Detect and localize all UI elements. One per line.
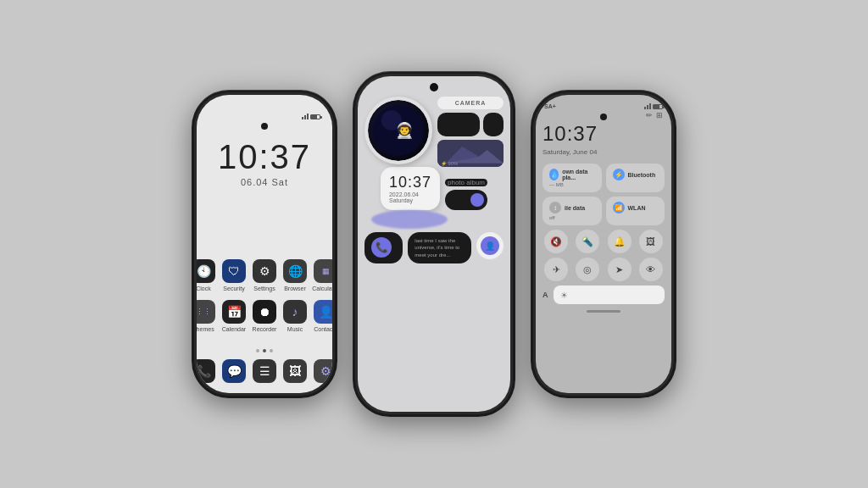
dock-notes[interactable]: ☰ bbox=[253, 359, 276, 383]
app-calendar[interactable]: 📅 Calendar bbox=[222, 300, 246, 332]
themes-label: Themes bbox=[197, 326, 214, 332]
mute-btn[interactable]: 🔇 bbox=[544, 230, 568, 253]
wlan-label: WLAN bbox=[628, 205, 646, 211]
data-plan-label: own data pla... bbox=[562, 169, 594, 180]
brightness-bar[interactable]: ☀ bbox=[554, 286, 665, 304]
camera-hole-2 bbox=[430, 83, 438, 92]
browser-icon: 🌐 bbox=[283, 259, 307, 283]
camera-hole-1 bbox=[261, 123, 268, 130]
dock-settings[interactable]: ⚙ bbox=[314, 359, 332, 383]
app-security[interactable]: 🛡 Security bbox=[222, 259, 246, 291]
control-grid: 💧 own data pla... — MB ⚡ Bluetooth ↕ bbox=[542, 164, 665, 225]
data-plan-sub: — MB bbox=[549, 182, 595, 187]
bell-btn[interactable]: 🔔 bbox=[608, 230, 632, 253]
sa-label: SA+ bbox=[544, 103, 556, 109]
app-recorder[interactable]: ⏺ Recorder bbox=[253, 300, 276, 332]
message-widget: last time I saw the universe, it's time … bbox=[408, 232, 471, 263]
recorder-icon: ⏺ bbox=[253, 300, 276, 324]
dock-gallery-icon: 🖼 bbox=[283, 359, 307, 383]
photo-album-text: photo album bbox=[448, 179, 485, 186]
camera-label: CAMERA bbox=[437, 97, 504, 109]
svg-text:👨‍🚀: 👨‍🚀 bbox=[395, 121, 415, 140]
bottom-widget-row: 📞 last time I saw the universe, it's tim… bbox=[364, 232, 504, 263]
dock-messages[interactable]: 💬 bbox=[222, 359, 246, 383]
dock-notes-icon: ☰ bbox=[253, 359, 276, 383]
dark-pill-tall: photo album bbox=[445, 179, 487, 186]
security-icon: 🛡 bbox=[222, 259, 246, 283]
screen-btn[interactable]: 🖼 bbox=[639, 230, 663, 253]
grid-icon[interactable]: ⊞ bbox=[656, 111, 663, 119]
dock-messages-icon: 💬 bbox=[222, 359, 246, 383]
dark-pill-2 bbox=[483, 113, 504, 136]
brightness-a-label: A bbox=[542, 291, 548, 299]
clock-widget-2: 10:37 2022.06.04 Saturday bbox=[381, 167, 440, 210]
data-plan-tile[interactable]: 💧 own data pla... — MB bbox=[542, 164, 602, 192]
right-col-2: photo album bbox=[445, 179, 487, 210]
mobile-data-tile[interactable]: ↕ ile data off bbox=[542, 197, 602, 225]
data-plan-icon: 💧 bbox=[549, 169, 559, 180]
bottom-dock: 📞 💬 ☰ 🖼 ⚙ bbox=[197, 359, 332, 393]
status-bar-1 bbox=[197, 114, 332, 119]
clock-label: Clock bbox=[197, 286, 211, 291]
svg-text:⚡ 90%: ⚡ 90% bbox=[441, 160, 458, 167]
app-clock[interactable]: 🕙 Clock bbox=[197, 259, 215, 291]
mountain-widget: ⚡ 90% bbox=[437, 140, 504, 167]
app-browser[interactable]: 🌐 Browser bbox=[283, 259, 307, 291]
right-widgets: CAMERA ⚡ 90% bbox=[437, 97, 504, 167]
app-themes[interactable]: ⋮⋮ Themes bbox=[197, 300, 215, 332]
brightness-row: A ☀ bbox=[542, 286, 665, 304]
wlan-row: 📶 WLAN bbox=[613, 202, 659, 214]
phone-1: 10:37 06.04 Sat 🕙 Clock 🛡 Security ⚙ Set… bbox=[192, 90, 337, 398]
status-bar-3: SA+ bbox=[542, 103, 665, 109]
recorder-label: Recorder bbox=[253, 326, 277, 332]
music-icon: ♪ bbox=[283, 300, 307, 324]
phone-widget-icon: 📞 bbox=[371, 237, 392, 258]
wlan-tile[interactable]: 📶 WLAN bbox=[606, 197, 665, 225]
focus-btn[interactable]: ◎ bbox=[576, 258, 599, 281]
calendar-label: Calendar bbox=[222, 326, 246, 332]
dock-gallery[interactable]: 🖼 bbox=[283, 359, 307, 383]
battery-icon-3 bbox=[653, 104, 663, 109]
toggle-widget[interactable] bbox=[445, 190, 487, 210]
message-text: last time I saw the universe, it's time … bbox=[415, 237, 465, 258]
themes-icon: ⋮⋮ bbox=[197, 300, 215, 324]
phone-2: 👨‍🚀 CAMERA ⚡ 90 bbox=[353, 71, 515, 417]
app-music[interactable]: ♪ Music bbox=[283, 300, 307, 332]
bluetooth-label: Bluetooth bbox=[628, 172, 656, 178]
toggle-knob bbox=[470, 193, 484, 207]
top-icons-3: ✏ ⊞ bbox=[542, 111, 665, 119]
time-3: 10:37 bbox=[542, 124, 665, 144]
dot-2 bbox=[263, 349, 266, 352]
app-settings[interactable]: ⚙ Settings bbox=[253, 259, 276, 291]
wlan-icon: 📶 bbox=[613, 202, 625, 214]
phone-1-screen: 10:37 06.04 Sat 🕙 Clock 🛡 Security ⚙ Set… bbox=[197, 95, 332, 393]
app-calculator[interactable]: ▦ Calculator bbox=[314, 259, 332, 291]
app-grid-1: 🕙 Clock 🛡 Security ⚙ Settings 🌐 Browser … bbox=[197, 259, 332, 346]
bluetooth-tile[interactable]: ⚡ Bluetooth bbox=[606, 164, 665, 192]
mobile-data-icon: ↕ bbox=[549, 202, 561, 214]
phone-3-screen: SA+ ✏ ⊞ 10:37 Saturday, bbox=[536, 95, 671, 393]
clock-photo-row: 10:37 2022.06.04 Saturday photo album bbox=[381, 167, 487, 210]
music-label: Music bbox=[287, 326, 303, 332]
dot-3 bbox=[270, 349, 273, 352]
battery-icon bbox=[310, 114, 320, 119]
browser-label: Browser bbox=[284, 286, 306, 291]
dock-settings-icon: ⚙ bbox=[314, 359, 332, 383]
signal-icon bbox=[302, 114, 309, 119]
clock-time-2: 10:37 bbox=[389, 174, 431, 191]
dot-1 bbox=[256, 349, 259, 352]
data-plan-row: 💧 own data pla... bbox=[549, 169, 595, 180]
avatar-icon: 👤 bbox=[481, 236, 499, 255]
date-3: Saturday, June 04 bbox=[542, 148, 665, 156]
dock-phone[interactable]: 📞 bbox=[197, 359, 215, 383]
location-btn[interactable]: ➤ bbox=[608, 258, 632, 281]
home-bar bbox=[587, 310, 620, 313]
airplane-btn[interactable]: ✈ bbox=[544, 258, 568, 281]
page-dots bbox=[256, 349, 273, 352]
torch-btn[interactable]: 🔦 bbox=[576, 230, 599, 253]
calculator-icon: ▦ bbox=[314, 259, 332, 283]
app-contacts[interactable]: 👤 Contacts bbox=[314, 300, 332, 332]
eye-btn[interactable]: 👁 bbox=[639, 258, 663, 281]
clock-time-1: 10:37 bbox=[218, 140, 311, 174]
edit-icon[interactable]: ✏ bbox=[646, 111, 653, 119]
